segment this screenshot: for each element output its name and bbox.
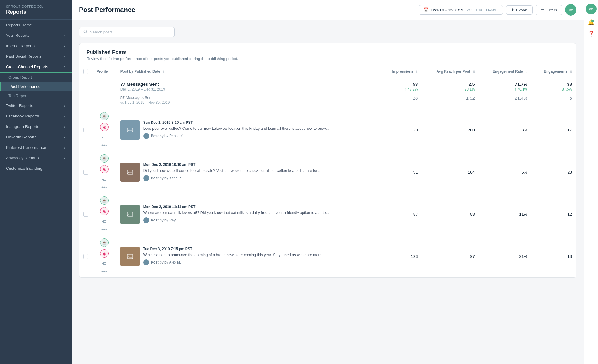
row-engagements: 23	[532, 151, 576, 193]
sidebar-label-twitter: Twitter Reports	[6, 103, 33, 108]
sidebar-item-instagram[interactable]: Instagram Reports ∨	[0, 121, 72, 132]
row-impressions: 87	[380, 193, 422, 235]
summary-current-date: Dec 1, 2019 – Dec 31, 2019	[120, 87, 376, 91]
coffee-icon: ☕	[100, 196, 109, 205]
notification-wrap: 🔔	[588, 19, 594, 26]
export-button[interactable]: ⬆ Export	[506, 5, 533, 15]
sidebar-item-customize-branding[interactable]: Customize Branding	[0, 163, 72, 174]
th-post-date[interactable]: Post by Published Date ⇅	[116, 66, 381, 77]
row-avg-reach: 184	[422, 151, 479, 193]
compose-button-rail[interactable]: ✏	[586, 4, 597, 14]
instagram-icon: ◉	[100, 249, 109, 258]
sidebar-item-cross-channel[interactable]: Cross-Channel Reports ∧	[0, 62, 72, 73]
sidebar-label-linkedin: LinkedIn Reports	[6, 135, 36, 139]
topbar-actions: 📅 12/1/19 – 12/31/19 vs 11/1/19 – 11/30/…	[419, 4, 576, 16]
sidebar-label-facebook: Facebook Reports	[6, 114, 39, 118]
tag-icon[interactable]: 🏷	[102, 135, 107, 140]
th-avg-reach[interactable]: Avg Reach per Post ⇅	[422, 66, 479, 77]
sidebar-sub-post-performance[interactable]: Post Performance	[0, 82, 72, 91]
tag-icon[interactable]: 🏷	[102, 261, 107, 267]
sidebar-item-advocacy[interactable]: Advocacy Reports ∨	[0, 153, 72, 163]
sidebar-item-linkedin[interactable]: LinkedIn Reports ∨	[0, 132, 72, 142]
sidebar-sub-tag-report[interactable]: Tag Report	[0, 91, 72, 100]
sidebar-item-twitter[interactable]: Twitter Reports ∨	[0, 100, 72, 111]
table-body: 77 Messages Sent Dec 1, 2019 – Dec 31, 2…	[79, 77, 576, 277]
filters-button[interactable]: Filters	[536, 5, 562, 15]
card-description: Review the lifetime performance of the p…	[86, 56, 569, 61]
current-impressions: 53	[385, 82, 418, 87]
current-impressions-delta: ↑ 47.2%	[385, 87, 418, 91]
compose-button[interactable]: ✏	[565, 4, 576, 16]
more-options-icon[interactable]: •••	[101, 269, 107, 274]
more-options-icon[interactable]: •••	[101, 143, 107, 148]
row-checkbox[interactable]	[83, 254, 88, 259]
current-avg-reach: 2.5	[426, 82, 475, 87]
post-date: Mon Dec 2, 2019 11:11 am PST	[143, 205, 376, 209]
export-icon: ⬆	[511, 8, 514, 12]
tag-icon[interactable]: 🏷	[102, 219, 107, 224]
row-checkbox[interactable]	[83, 170, 88, 175]
search-input[interactable]	[90, 27, 170, 37]
author-name: Post by by Katie P.	[151, 176, 181, 180]
sidebar-item-paid-social[interactable]: Paid Social Reports ∨	[0, 51, 72, 62]
instagram-icon: ◉	[100, 207, 109, 215]
row-content-cell: Sun Dec 1, 2019 8:10 am PST Love pour ov…	[116, 109, 381, 151]
post-text: Where are our oat milk lovers at!? Did y…	[143, 210, 376, 215]
posts-table: Profile Post by Published Date ⇅ Impress…	[79, 66, 576, 277]
section-title: Reports	[6, 9, 66, 15]
row-checkbox[interactable]	[83, 212, 88, 217]
filters-icon	[541, 7, 545, 13]
sidebar-sub-group-report[interactable]: Group Report	[0, 73, 72, 82]
page-title: Post Performance	[79, 6, 135, 14]
row-content-cell: Mon Dec 2, 2019 10:10 am PST Did you kno…	[116, 151, 381, 193]
chevron-down-icon: ∨	[63, 114, 66, 118]
row-impressions: 91	[380, 151, 422, 193]
th-checkbox	[79, 66, 92, 77]
tag-icon[interactable]: 🏷	[102, 177, 107, 182]
author-name: Post by by Alex M.	[151, 260, 181, 264]
export-label: Export	[516, 8, 527, 12]
select-all-checkbox[interactable]	[83, 69, 88, 74]
post-thumbnail	[120, 163, 140, 182]
row-engagement-rate: 11%	[479, 193, 532, 235]
sidebar-item-your-reports[interactable]: Your Reports ∨	[0, 30, 72, 41]
sidebar-item-reports-home[interactable]: Reports Home	[0, 20, 72, 30]
sidebar-item-internal-reports[interactable]: Internal Reports ∨	[0, 41, 72, 51]
post-thumbnail	[120, 205, 140, 224]
sidebar-label-instagram: Instagram Reports	[6, 124, 39, 129]
sidebar-label-advocacy: Advocacy Reports	[6, 156, 39, 160]
prev-impressions: 28	[385, 95, 418, 100]
th-engagement-rate[interactable]: Engagement Rate ⇅	[479, 66, 532, 77]
row-checkbox[interactable]	[83, 128, 88, 132]
row-content-cell: Mon Dec 2, 2019 11:11 am PST Where are o…	[116, 193, 381, 235]
post-content: Mon Dec 2, 2019 10:10 am PST Did you kno…	[120, 163, 376, 182]
author-name: Post by by Prince K.	[151, 134, 184, 138]
row-checkbox-cell	[79, 193, 92, 235]
chevron-up-icon: ∧	[63, 65, 66, 69]
compose-icon: ✏	[569, 7, 573, 13]
th-engagements[interactable]: Engagements ⇅	[532, 66, 576, 77]
sidebar-item-pinterest[interactable]: Pinterest Performance ∨	[0, 142, 72, 153]
table-row: ☕ ◉ 🏷 ••• Mon Dec 2, 2019 10:10 am PST D…	[79, 151, 576, 193]
post-date: Mon Dec 2, 2019 10:10 am PST	[143, 163, 376, 167]
date-range-button[interactable]: 📅 12/1/19 – 12/31/19 vs 11/1/19 – 11/30/…	[419, 5, 503, 15]
sort-icon: ⇅	[570, 70, 572, 73]
current-engagement-rate: 71.7%	[483, 82, 527, 87]
chevron-down-icon: ∨	[63, 135, 66, 139]
table-head: Profile Post by Published Date ⇅ Impress…	[79, 66, 576, 77]
calendar-icon: 📅	[423, 7, 428, 12]
post-date: Tue Dec 3, 2019 7:15 pm PST	[143, 247, 376, 251]
row-impressions: 123	[380, 235, 422, 278]
author-avatar	[143, 133, 149, 139]
more-options-icon[interactable]: •••	[101, 185, 107, 190]
row-avg-reach: 83	[422, 193, 479, 235]
more-options-icon[interactable]: •••	[101, 227, 107, 232]
th-profile-label: Profile	[97, 69, 108, 74]
search-section	[79, 27, 576, 37]
th-impressions[interactable]: Impressions ⇅	[380, 66, 422, 77]
row-content-cell: Tue Dec 3, 2019 7:15 pm PST We're excite…	[116, 235, 381, 278]
sidebar-item-facebook[interactable]: Facebook Reports ∨	[0, 111, 72, 121]
post-author: Post by by Katie P.	[143, 175, 376, 181]
sub-label-post-performance: Post Performance	[9, 84, 40, 89]
help-button[interactable]: ❓	[588, 30, 594, 37]
